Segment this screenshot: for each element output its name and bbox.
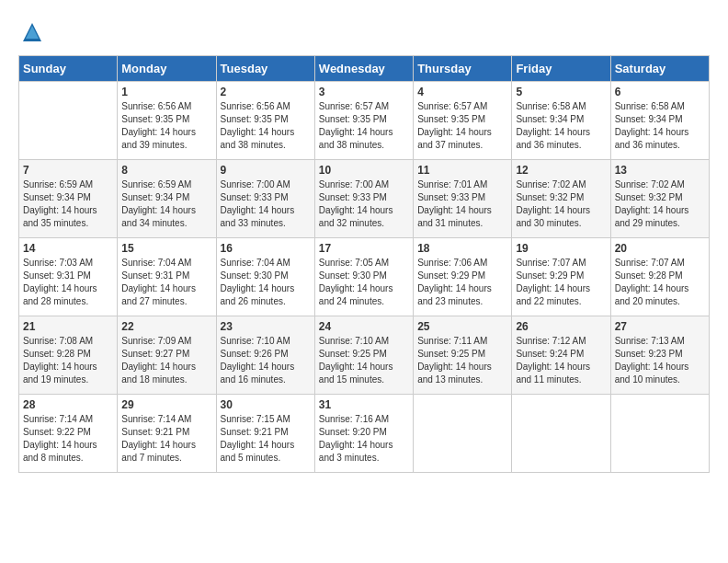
calendar-cell: 22Sunrise: 7:09 AMSunset: 9:27 PMDayligh… — [118, 316, 216, 395]
cell-info: Sunrise: 6:58 AMSunset: 9:34 PMDaylight:… — [516, 100, 606, 152]
day-number: 22 — [121, 320, 211, 333]
calendar-cell: 20Sunrise: 7:07 AMSunset: 9:28 PMDayligh… — [610, 238, 709, 316]
day-number: 24 — [319, 320, 409, 333]
page-header — [18, 18, 710, 46]
calendar-cell: 7Sunrise: 6:59 AMSunset: 9:34 PMDaylight… — [19, 160, 118, 238]
day-number: 29 — [121, 398, 211, 411]
day-number: 13 — [615, 164, 705, 177]
header-thursday: Thursday — [414, 56, 512, 82]
calendar-cell: 30Sunrise: 7:15 AMSunset: 9:21 PMDayligh… — [216, 395, 314, 473]
cell-info: Sunrise: 7:07 AMSunset: 9:28 PMDaylight:… — [615, 257, 705, 308]
cell-info: Sunrise: 6:57 AMSunset: 9:35 PMDaylight:… — [319, 100, 409, 152]
calendar-cell: 6Sunrise: 6:58 AMSunset: 9:34 PMDaylight… — [610, 82, 709, 160]
calendar-cell — [19, 82, 118, 160]
calendar-cell: 11Sunrise: 7:01 AMSunset: 9:33 PMDayligh… — [414, 160, 512, 238]
calendar-cell: 27Sunrise: 7:13 AMSunset: 9:23 PMDayligh… — [610, 316, 709, 395]
calendar-cell: 19Sunrise: 7:07 AMSunset: 9:29 PMDayligh… — [512, 238, 610, 316]
cell-info: Sunrise: 7:02 AMSunset: 9:32 PMDaylight:… — [615, 178, 705, 230]
cell-info: Sunrise: 7:04 AMSunset: 9:30 PMDaylight:… — [221, 257, 311, 308]
cell-info: Sunrise: 7:09 AMSunset: 9:27 PMDaylight:… — [121, 335, 211, 386]
logo-icon — [18, 18, 46, 46]
day-number: 3 — [319, 86, 409, 98]
cell-info: Sunrise: 7:00 AMSunset: 9:33 PMDaylight:… — [319, 178, 409, 230]
cell-info: Sunrise: 6:57 AMSunset: 9:35 PMDaylight:… — [417, 100, 507, 152]
day-number: 28 — [23, 398, 113, 411]
calendar-cell: 31Sunrise: 7:16 AMSunset: 9:20 PMDayligh… — [314, 395, 413, 473]
calendar-cell: 10Sunrise: 7:00 AMSunset: 9:33 PMDayligh… — [314, 160, 413, 238]
cell-info: Sunrise: 7:14 AMSunset: 9:22 PMDaylight:… — [23, 413, 113, 465]
cell-info: Sunrise: 7:08 AMSunset: 9:28 PMDaylight:… — [23, 335, 113, 386]
cell-info: Sunrise: 7:04 AMSunset: 9:31 PMDaylight:… — [121, 257, 211, 308]
cell-info: Sunrise: 7:07 AMSunset: 9:29 PMDaylight:… — [516, 257, 606, 308]
calendar-cell: 28Sunrise: 7:14 AMSunset: 9:22 PMDayligh… — [19, 395, 118, 473]
cell-info: Sunrise: 6:56 AMSunset: 9:35 PMDaylight:… — [121, 100, 211, 152]
day-number: 26 — [516, 320, 606, 333]
cell-info: Sunrise: 7:10 AMSunset: 9:25 PMDaylight:… — [319, 335, 409, 386]
day-number: 8 — [121, 164, 211, 177]
cell-info: Sunrise: 6:59 AMSunset: 9:34 PMDaylight:… — [121, 178, 211, 230]
calendar-cell: 2Sunrise: 6:56 AMSunset: 9:35 PMDaylight… — [216, 82, 314, 160]
calendar-cell: 14Sunrise: 7:03 AMSunset: 9:31 PMDayligh… — [19, 238, 118, 316]
day-number: 4 — [417, 86, 507, 98]
calendar-cell: 17Sunrise: 7:05 AMSunset: 9:30 PMDayligh… — [314, 238, 413, 316]
day-number: 5 — [516, 86, 606, 98]
cell-info: Sunrise: 6:58 AMSunset: 9:34 PMDaylight:… — [615, 100, 705, 152]
day-number: 21 — [23, 320, 113, 333]
calendar-cell: 4Sunrise: 6:57 AMSunset: 9:35 PMDaylight… — [414, 82, 512, 160]
day-number: 6 — [615, 86, 705, 98]
week-row-5: 28Sunrise: 7:14 AMSunset: 9:22 PMDayligh… — [19, 395, 710, 473]
cell-info: Sunrise: 7:01 AMSunset: 9:33 PMDaylight:… — [417, 178, 507, 230]
header-tuesday: Tuesday — [216, 56, 314, 82]
calendar-cell: 8Sunrise: 6:59 AMSunset: 9:34 PMDaylight… — [118, 160, 216, 238]
calendar-cell: 23Sunrise: 7:10 AMSunset: 9:26 PMDayligh… — [216, 316, 314, 395]
day-number: 19 — [516, 242, 606, 255]
week-row-4: 21Sunrise: 7:08 AMSunset: 9:28 PMDayligh… — [19, 316, 710, 395]
header-friday: Friday — [512, 56, 610, 82]
header-monday: Monday — [118, 56, 216, 82]
day-number: 1 — [121, 86, 211, 98]
day-number: 10 — [319, 164, 409, 177]
header-sunday: Sunday — [19, 56, 118, 82]
day-number: 18 — [417, 242, 507, 255]
cell-info: Sunrise: 7:02 AMSunset: 9:32 PMDaylight:… — [516, 178, 606, 230]
calendar-cell: 26Sunrise: 7:12 AMSunset: 9:24 PMDayligh… — [512, 316, 610, 395]
calendar-cell: 12Sunrise: 7:02 AMSunset: 9:32 PMDayligh… — [512, 160, 610, 238]
calendar-cell: 5Sunrise: 6:58 AMSunset: 9:34 PMDaylight… — [512, 82, 610, 160]
cell-info: Sunrise: 7:12 AMSunset: 9:24 PMDaylight:… — [516, 335, 606, 386]
day-number: 2 — [221, 86, 311, 98]
calendar-cell: 21Sunrise: 7:08 AMSunset: 9:28 PMDayligh… — [19, 316, 118, 395]
day-number: 25 — [417, 320, 507, 333]
cell-info: Sunrise: 7:06 AMSunset: 9:29 PMDaylight:… — [417, 257, 507, 308]
calendar-cell: 13Sunrise: 7:02 AMSunset: 9:32 PMDayligh… — [610, 160, 709, 238]
calendar-table: SundayMondayTuesdayWednesdayThursdayFrid… — [18, 55, 710, 473]
logo — [18, 18, 50, 46]
day-number: 11 — [417, 164, 507, 177]
calendar-cell — [512, 395, 610, 473]
cell-info: Sunrise: 7:11 AMSunset: 9:25 PMDaylight:… — [417, 335, 507, 386]
day-number: 16 — [221, 242, 311, 255]
day-number: 23 — [221, 320, 311, 333]
week-row-2: 7Sunrise: 6:59 AMSunset: 9:34 PMDaylight… — [19, 160, 710, 238]
day-number: 14 — [23, 242, 113, 255]
day-number: 20 — [615, 242, 705, 255]
calendar-cell: 24Sunrise: 7:10 AMSunset: 9:25 PMDayligh… — [314, 316, 413, 395]
calendar-cell: 25Sunrise: 7:11 AMSunset: 9:25 PMDayligh… — [414, 316, 512, 395]
day-number: 31 — [319, 398, 409, 411]
header-wednesday: Wednesday — [314, 56, 413, 82]
day-number: 30 — [221, 398, 311, 411]
cell-info: Sunrise: 7:16 AMSunset: 9:20 PMDaylight:… — [319, 413, 409, 465]
cell-info: Sunrise: 7:00 AMSunset: 9:33 PMDaylight:… — [221, 178, 311, 230]
cell-info: Sunrise: 7:14 AMSunset: 9:21 PMDaylight:… — [121, 413, 211, 465]
header-saturday: Saturday — [610, 56, 709, 82]
day-number: 15 — [121, 242, 211, 255]
cell-info: Sunrise: 6:56 AMSunset: 9:35 PMDaylight:… — [221, 100, 311, 152]
day-number: 7 — [23, 164, 113, 177]
week-row-1: 1Sunrise: 6:56 AMSunset: 9:35 PMDaylight… — [19, 82, 710, 160]
cell-info: Sunrise: 7:10 AMSunset: 9:26 PMDaylight:… — [221, 335, 311, 386]
calendar-cell: 16Sunrise: 7:04 AMSunset: 9:30 PMDayligh… — [216, 238, 314, 316]
cell-info: Sunrise: 7:03 AMSunset: 9:31 PMDaylight:… — [23, 257, 113, 308]
day-number: 17 — [319, 242, 409, 255]
cell-info: Sunrise: 7:05 AMSunset: 9:30 PMDaylight:… — [319, 257, 409, 308]
calendar-cell: 9Sunrise: 7:00 AMSunset: 9:33 PMDaylight… — [216, 160, 314, 238]
calendar-cell — [414, 395, 512, 473]
